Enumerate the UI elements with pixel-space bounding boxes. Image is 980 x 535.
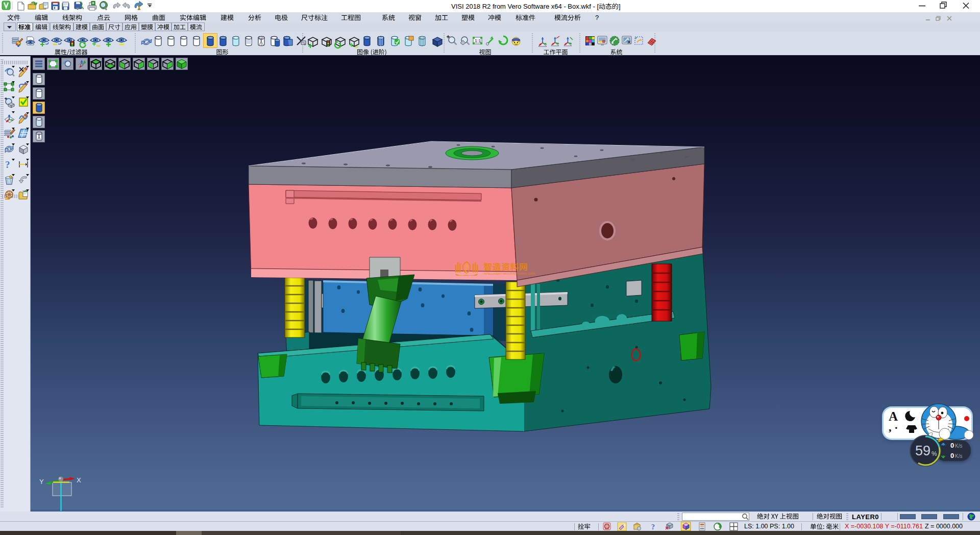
svg-text:Y: Y <box>39 478 44 485</box>
svg-text:?: ? <box>5 159 10 170</box>
svg-text:?: ? <box>651 523 655 531</box>
svg-text:1:1: 1:1 <box>475 38 481 43</box>
svg-text:59: 59 <box>915 443 930 458</box>
svg-text:X: X <box>77 476 81 484</box>
